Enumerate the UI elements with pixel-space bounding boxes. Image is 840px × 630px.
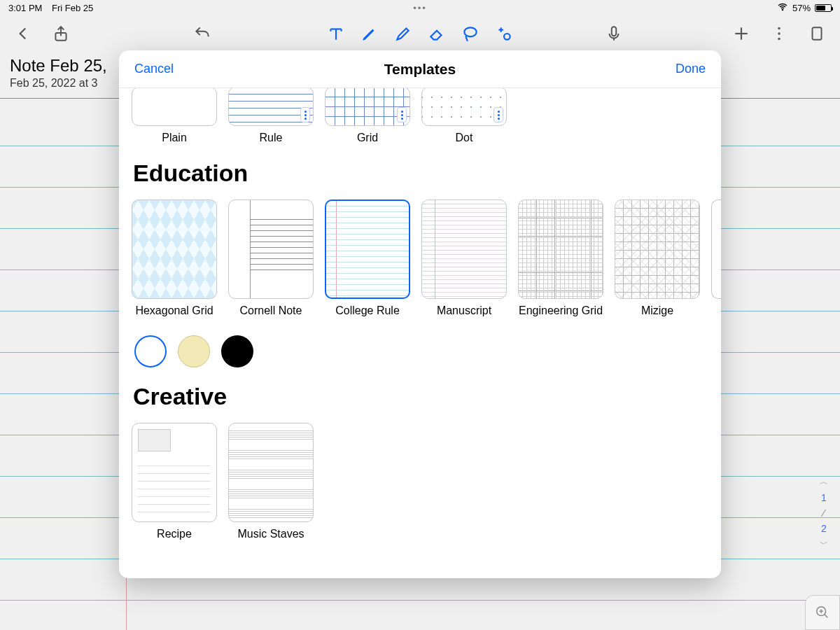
zoom-button[interactable]	[805, 595, 840, 630]
svg-point-2	[464, 27, 476, 36]
more-icon[interactable]	[770, 24, 788, 43]
template-rule-label: Rule	[260, 132, 283, 144]
template-cornell-thumb[interactable]	[228, 200, 314, 299]
template-dot-label: Dot	[456, 132, 473, 144]
template-college-thumb[interactable]	[325, 200, 410, 299]
education-templates-row: Hexagonal Grid Cornell Note College Rule…	[132, 200, 721, 317]
template-hexagonal-grid[interactable]: Hexagonal Grid	[132, 200, 217, 317]
template-college-label: College Rule	[335, 304, 400, 317]
section-education-title: Education	[133, 160, 721, 187]
template-options-icon[interactable]	[300, 107, 310, 122]
template-cornell-note[interactable]: Cornell Note	[228, 200, 314, 317]
pen-tool-icon[interactable]	[360, 24, 379, 43]
template-plain-label: Plain	[162, 132, 187, 144]
page-current: 1	[821, 492, 827, 503]
template-dot-thumb[interactable]	[421, 88, 507, 126]
templates-modal: Cancel Templates Done Plain Rule Grid	[119, 50, 721, 578]
done-button[interactable]: Done	[676, 62, 706, 76]
svg-rect-8	[813, 27, 822, 39]
template-dot[interactable]: Dot	[421, 88, 507, 144]
template-plain[interactable]: Plain	[132, 88, 217, 144]
multitask-dots-icon[interactable]: •••	[413, 3, 427, 13]
template-mizige-label: Mizige	[641, 304, 673, 317]
basic-templates-row: Plain Rule Grid Dot	[132, 88, 721, 144]
eraser-tool-icon[interactable]	[428, 24, 446, 43]
battery-icon	[815, 4, 832, 12]
template-cornell-label: Cornell Note	[240, 304, 302, 317]
template-engineering-label: Engineering Grid	[519, 304, 603, 317]
undo-icon[interactable]	[193, 24, 211, 43]
app-toolbar	[0, 15, 840, 52]
template-music-staves[interactable]: Music Staves	[228, 423, 314, 540]
color-cream[interactable]	[178, 335, 210, 368]
battery-percent: 57%	[792, 3, 811, 13]
template-rule[interactable]: Rule	[228, 88, 314, 144]
lasso-tool-icon[interactable]	[461, 24, 479, 43]
section-creative-title: Creative	[133, 383, 721, 410]
modal-title: Templates	[384, 61, 456, 78]
template-staves-thumb[interactable]	[228, 423, 314, 522]
template-manuscript-label: Manuscript	[437, 304, 491, 317]
template-recipe-thumb[interactable]	[132, 423, 217, 522]
wifi-icon	[777, 1, 788, 15]
template-mizige[interactable]: Mizige	[615, 200, 700, 317]
status-time: 3:01 PM	[8, 3, 42, 13]
svg-point-6	[778, 32, 780, 34]
page-slash: ⁄	[823, 507, 825, 519]
template-recipe[interactable]: Recipe	[132, 423, 217, 540]
svg-rect-4	[612, 27, 617, 36]
template-college-rule[interactable]: College Rule	[325, 200, 410, 317]
template-grid-thumb[interactable]	[325, 88, 410, 126]
page-indicator[interactable]: ︿ 1 ⁄ 2 ﹀	[813, 476, 834, 550]
chevron-down-icon[interactable]: ﹀	[820, 538, 828, 550]
template-mizige-thumb[interactable]	[615, 200, 700, 299]
template-options-icon[interactable]	[397, 107, 407, 122]
shapes-tool-icon[interactable]	[495, 24, 513, 43]
template-options-icon[interactable]	[493, 107, 503, 122]
template-hexagonal-label: Hexagonal Grid	[135, 304, 213, 317]
margin-line	[126, 574, 127, 630]
template-peek-next[interactable]	[711, 200, 721, 299]
note-title: Note Feb 25,	[10, 56, 107, 76]
template-staves-label: Music Staves	[237, 528, 304, 540]
microphone-icon[interactable]	[605, 24, 623, 43]
text-tool-icon[interactable]	[327, 24, 345, 43]
pages-icon[interactable]	[808, 24, 826, 43]
modal-body[interactable]: Plain Rule Grid Dot Educa	[119, 88, 721, 578]
back-icon[interactable]	[14, 24, 32, 43]
template-engineering-grid[interactable]: Engineering Grid	[518, 200, 603, 317]
template-rule-thumb[interactable]	[228, 88, 314, 126]
note-subtitle: Feb 25, 2022 at 3	[10, 77, 107, 90]
template-grid-label: Grid	[357, 132, 378, 144]
template-plain-thumb[interactable]	[132, 88, 217, 126]
color-white[interactable]	[134, 335, 167, 368]
template-engineering-thumb[interactable]	[518, 200, 603, 299]
page-total: 2	[821, 523, 827, 534]
template-hexagonal-thumb[interactable]	[132, 200, 217, 299]
note-header: Note Feb 25, Feb 25, 2022 at 3	[10, 56, 107, 90]
template-recipe-label: Recipe	[157, 528, 192, 540]
svg-point-5	[778, 27, 780, 29]
chevron-up-icon[interactable]: ︿	[820, 476, 828, 488]
template-grid[interactable]: Grid	[325, 88, 410, 144]
creative-templates-row: Recipe Music Staves	[132, 423, 721, 540]
cancel-button[interactable]: Cancel	[134, 62, 174, 76]
status-date: Fri Feb 25	[52, 3, 93, 13]
color-black[interactable]	[221, 335, 253, 368]
share-icon[interactable]	[52, 24, 70, 43]
add-icon[interactable]	[732, 24, 750, 43]
svg-point-7	[778, 38, 780, 40]
modal-header: Cancel Templates Done	[119, 50, 721, 88]
status-bar: 3:01 PM Fri Feb 25 ••• 57%	[0, 0, 840, 15]
svg-point-0	[782, 9, 783, 10]
template-manuscript[interactable]: Manuscript	[421, 200, 507, 317]
svg-point-3	[504, 34, 510, 40]
template-manuscript-thumb[interactable]	[421, 200, 507, 299]
color-swatches	[134, 335, 721, 368]
highlighter-tool-icon[interactable]	[394, 24, 412, 43]
